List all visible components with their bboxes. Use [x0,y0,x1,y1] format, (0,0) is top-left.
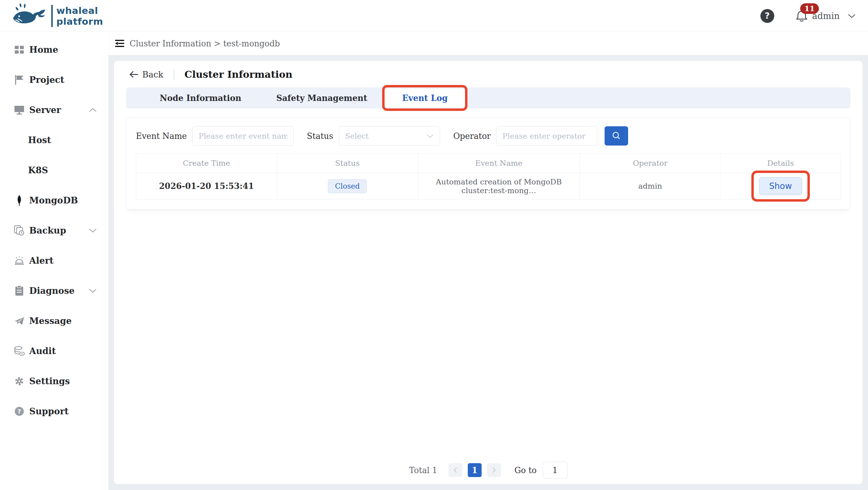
sidebar-item-backup[interactable]: Backup [0,215,108,246]
cluster-information-card: Back Cluster Information Node Informatio… [114,61,863,484]
sidebar-item-label: Host [28,135,51,145]
sidebar-item-alert[interactable]: Alert [0,246,108,276]
breadcrumb[interactable]: Cluster Information > test-mongodb [130,39,280,48]
chevron-down-icon [89,288,97,293]
chevron-down-icon[interactable] [847,13,856,19]
support-icon: ? [13,406,25,417]
sidebar-item-project[interactable]: Project [0,65,108,95]
prev-page-button[interactable] [448,463,462,477]
help-icon[interactable]: ? [761,9,774,23]
sidebar-item-diagnose[interactable]: Diagnose [0,276,108,306]
col-operator: Operator [580,154,721,173]
search-icon [611,131,621,141]
chevron-up-icon [89,108,97,113]
show-button[interactable]: Show [759,177,802,195]
sidebar-item-label: MongoDB [29,195,78,206]
search-button[interactable] [604,126,628,146]
sidebar-item-audit[interactable]: Audit [0,336,108,366]
sidebar-item-label: Diagnose [29,286,74,296]
card-header: Back Cluster Information [114,61,863,87]
sidebar-item-message[interactable]: Message [0,306,108,336]
back-label: Back [142,70,163,80]
topbar-actions: ? 11 admin [761,0,856,32]
status-select-placeholder: Select [345,132,369,141]
alert-icon [13,255,25,266]
show-button-wrap: Show [759,177,802,195]
back-arrow-icon [129,70,138,79]
goto-label: Go to [515,466,537,475]
next-page-button[interactable] [487,463,501,477]
operator-input[interactable] [502,132,591,141]
brand-logo[interactable]: whaleal platform [12,2,103,30]
pagination: Total 1 1 Go to [114,462,863,479]
breadcrumb-bar: Cluster Information > test-mongodb [108,32,868,56]
chevron-down-icon [89,228,97,233]
event-name-input[interactable] [198,132,287,141]
cell-operator: admin [580,173,721,200]
whale-logo-icon [12,3,49,29]
chevron-down-icon [427,134,434,138]
cell-details: Show [721,173,840,200]
event-log-table: Create Time Status Event Name Operator D… [136,153,841,200]
svg-text:?: ? [18,408,21,415]
status-select[interactable]: Select [339,126,440,146]
operator-input-box [496,126,597,146]
sidebar-item-k8s[interactable]: K8S [0,155,108,185]
sidebar-item-home[interactable]: Home [0,35,108,65]
sidebar-nav: Home Project Server Host K8S [0,32,108,490]
page-number-1[interactable]: 1 [468,463,482,477]
sidebar-item-label: Server [29,105,61,115]
sidebar-item-label: Backup [29,225,66,236]
sidebar-item-label: Support [29,406,69,417]
pagination-total: Total 1 [409,466,437,475]
main-content: Back Cluster Information Node Informatio… [108,56,868,490]
sidebar-item-label: Message [29,316,72,326]
cell-status: Closed [277,173,418,200]
sidebar-item-label: Audit [29,346,56,356]
col-status: Status [277,154,418,173]
audit-icon [13,345,25,357]
sidebar-item-label: Home [29,44,58,55]
tab-event-log[interactable]: Event Log [384,89,465,107]
filter-bar: Event Name Status Select Operator [136,126,841,146]
tab-bar: Node Information Safety Management Event… [126,87,850,109]
home-grid-icon [13,44,25,56]
sidebar-item-label: Settings [29,376,70,386]
tab-event-log-label: Event Log [402,93,447,103]
back-button[interactable]: Back [129,70,163,80]
goto-page-input[interactable] [543,462,567,479]
mongodb-leaf-icon [13,195,25,206]
message-icon [13,315,25,327]
sidebar-item-host[interactable]: Host [0,125,108,155]
cell-event-name: Automated creation of MongoDB cluster:te… [418,173,580,200]
sidebar-item-support[interactable]: ? Support [0,396,108,426]
event-log-panel: Event Name Status Select Operator [126,118,850,209]
brand-name-line2: platform [56,16,103,27]
sidebar-item-label: Project [29,75,64,85]
chevron-right-icon [491,467,497,473]
event-name-input-box [192,126,293,146]
server-icon [13,104,25,116]
backup-icon [13,225,25,236]
brand-name-line1: whaleal [56,5,103,16]
table-header-row: Create Time Status Event Name Operator D… [136,154,841,173]
col-event-name: Event Name [418,154,580,173]
sidebar-item-label: Alert [29,255,54,266]
flag-icon [13,74,25,86]
sidebar-item-settings[interactable]: Settings [0,366,108,396]
top-bar: whaleal platform ? 11 admin [0,0,868,32]
chevron-left-icon [453,467,458,473]
cell-create-time: 2026-01-20 15:53:41 [136,173,277,200]
table-row: 2026-01-20 15:53:41 Closed Automated cre… [136,173,841,200]
event-name-label: Event Name [136,131,187,141]
sidebar-item-mongodb[interactable]: MongoDB [0,185,108,215]
menu-fold-icon[interactable] [115,39,125,48]
notification-bell[interactable]: 11 [795,9,808,23]
sidebar-item-label: K8S [28,165,48,175]
operator-label: Operator [453,131,491,141]
sidebar-item-server[interactable]: Server [0,95,108,125]
tab-safety-management[interactable]: Safety Management [259,87,385,109]
tab-node-information[interactable]: Node Information [142,87,259,109]
status-label: Status [307,131,333,141]
col-create-time: Create Time [136,154,277,173]
